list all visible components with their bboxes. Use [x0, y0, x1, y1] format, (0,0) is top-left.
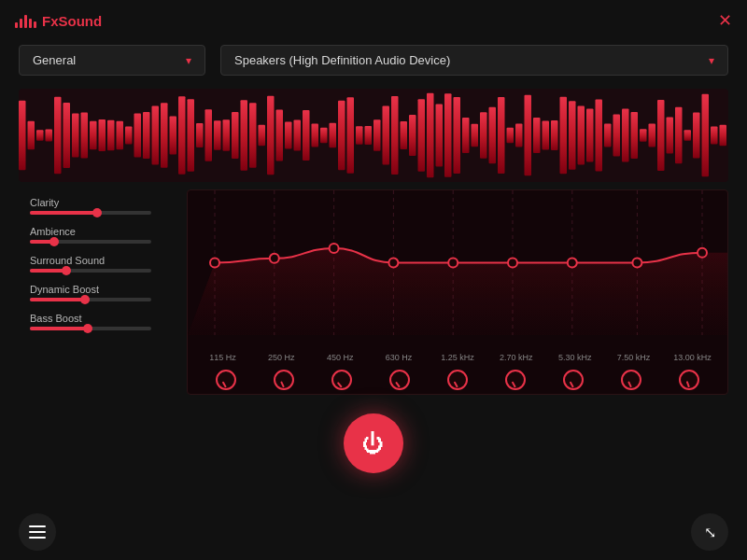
- eq-knob-6[interactable]: [563, 370, 584, 390]
- eq-knobs-row: [188, 370, 727, 390]
- slider-fill-3: [30, 298, 85, 301]
- eq-knob-wrap-4: [447, 370, 468, 390]
- dropdowns-bar: General ▾ Speakers (High Definition Audi…: [0, 37, 747, 83]
- slider-row-dynamic-boost: Dynamic Boost: [30, 284, 176, 301]
- waveform-display: [19, 89, 728, 182]
- slider-track-4[interactable]: [30, 327, 151, 330]
- app-title: FxSound: [42, 13, 102, 29]
- eq-frequency-labels: 115 Hz250 Hz450 Hz630 Hz1.25 kHz2.70 kHz…: [188, 351, 727, 364]
- logo-icon: [15, 13, 36, 28]
- eq-knob-wrap-3: [389, 370, 410, 390]
- eq-knob-wrap-2: [331, 370, 352, 390]
- title-bar: FxSound ✕: [0, 0, 747, 37]
- slider-track-1[interactable]: [30, 240, 151, 244]
- eq-knob-wrap-0: [216, 370, 236, 390]
- close-button[interactable]: ✕: [718, 12, 732, 29]
- preset-dropdown[interactable]: General ▾: [19, 45, 205, 76]
- power-section: ⏻: [0, 399, 747, 488]
- bottom-bar: ⤡: [0, 504, 747, 560]
- eq-knob-7[interactable]: [621, 370, 641, 390]
- eq-freq-label-6: 5.30 kHz: [549, 353, 600, 362]
- eq-knob-indicator-0: [222, 381, 227, 387]
- slider-label-4: Bass Boost: [30, 313, 176, 324]
- slider-track-0[interactable]: [30, 211, 151, 215]
- expand-button[interactable]: ⤡: [691, 513, 728, 551]
- slider-row-bass-boost: Bass Boost: [30, 313, 176, 330]
- slider-row-ambience: Ambience: [30, 226, 176, 244]
- slider-track-2[interactable]: [30, 269, 151, 273]
- eq-knob-indicator-5: [512, 381, 516, 387]
- hamburger-line-2: [29, 531, 46, 533]
- menu-button[interactable]: [19, 513, 56, 551]
- eq-freq-label-2: 450 Hz: [315, 353, 366, 362]
- eq-knob-indicator-7: [627, 381, 632, 387]
- preset-value: General: [33, 53, 76, 67]
- slider-fill-0: [30, 211, 97, 215]
- slider-label-2: Surround Sound: [30, 255, 176, 266]
- hamburger-line-1: [29, 525, 46, 527]
- slider-fill-4: [30, 327, 88, 330]
- eq-knob-indicator-4: [454, 381, 458, 387]
- app-logo: FxSound: [15, 13, 102, 29]
- eq-knob-wrap-5: [505, 370, 526, 390]
- eq-knob-3[interactable]: [389, 370, 410, 390]
- eq-freq-label-3: 630 Hz: [374, 353, 425, 362]
- slider-track-3[interactable]: [30, 298, 151, 301]
- eq-knob-indicator-8: [686, 381, 690, 387]
- waveform-canvas: [19, 91, 728, 180]
- preset-arrow: ▾: [186, 54, 191, 67]
- device-dropdown[interactable]: Speakers (High Definition Audio Device) …: [220, 45, 728, 76]
- eq-knob-wrap-1: [274, 370, 294, 390]
- controls-area: ClarityAmbienceSurround SoundDynamic Boo…: [19, 189, 728, 395]
- eq-knob-8[interactable]: [679, 370, 699, 390]
- slider-thumb-3[interactable]: [80, 295, 90, 304]
- eq-freq-label-0: 115 Hz: [197, 353, 248, 362]
- device-arrow: ▾: [709, 54, 714, 67]
- device-value: Speakers (High Definition Audio Device): [234, 53, 450, 67]
- eq-freq-label-7: 7.50 kHz: [608, 353, 659, 362]
- slider-row-clarity: Clarity: [30, 197, 176, 215]
- power-icon: ⏻: [362, 430, 385, 456]
- slider-thumb-0[interactable]: [92, 208, 102, 217]
- eq-knob-wrap-6: [563, 370, 584, 390]
- eq-knob-wrap-8: [679, 370, 699, 390]
- eq-knob-5[interactable]: [505, 370, 526, 390]
- slider-thumb-2[interactable]: [62, 266, 71, 275]
- eq-knob-4[interactable]: [447, 370, 468, 390]
- slider-thumb-4[interactable]: [83, 324, 92, 333]
- eq-panel: 115 Hz250 Hz450 Hz630 Hz1.25 kHz2.70 kHz…: [187, 189, 728, 395]
- eq-knob-indicator-2: [337, 382, 343, 388]
- eq-canvas: [188, 190, 728, 335]
- eq-knob-indicator-3: [395, 382, 401, 388]
- slider-label-1: Ambience: [30, 226, 176, 237]
- eq-freq-label-5: 2.70 kHz: [490, 353, 542, 362]
- sliders-panel: ClarityAmbienceSurround SoundDynamic Boo…: [19, 189, 187, 395]
- eq-knob-wrap-7: [621, 370, 641, 390]
- slider-label-0: Clarity: [30, 197, 176, 208]
- eq-knob-indicator-6: [570, 381, 574, 387]
- eq-freq-label-4: 1.25 kHz: [431, 353, 483, 362]
- eq-knob-1[interactable]: [274, 370, 294, 390]
- eq-knob-indicator-1: [280, 381, 285, 387]
- eq-knob-2[interactable]: [331, 370, 352, 390]
- eq-freq-label-8: 13.00 kHz: [667, 353, 718, 362]
- hamburger-line-3: [29, 537, 46, 539]
- eq-freq-label-1: 250 Hz: [256, 353, 307, 362]
- slider-thumb-1[interactable]: [49, 237, 59, 246]
- slider-label-3: Dynamic Boost: [30, 284, 176, 295]
- power-button[interactable]: ⏻: [344, 413, 403, 473]
- slider-row-surround-sound: Surround Sound: [30, 255, 176, 273]
- expand-icon: ⤡: [704, 524, 716, 541]
- eq-knob-0[interactable]: [216, 370, 236, 390]
